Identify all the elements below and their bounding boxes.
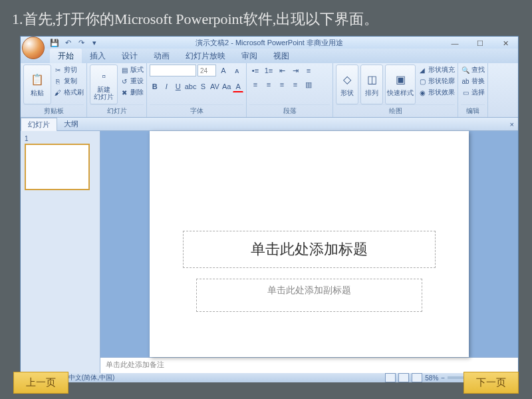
- layout-button[interactable]: ▤版式: [120, 65, 144, 75]
- select-button[interactable]: ▭选择: [461, 87, 485, 98]
- group-clipboard: 📋 粘贴 ✂剪切 ⎘复制 🖌格式刷 剪贴板: [21, 63, 87, 117]
- slide[interactable]: 单击此处添加标题 单击此处添加副标题: [150, 131, 469, 357]
- align-right-button[interactable]: ≡: [276, 78, 288, 90]
- replace-button[interactable]: ab替换: [461, 76, 485, 86]
- shapes-button[interactable]: ◇形状: [336, 65, 358, 104]
- window-title: 演示文稿2 - Microsoft PowerPoint 非商业用途: [196, 38, 343, 48]
- cut-button[interactable]: ✂剪切: [53, 65, 84, 75]
- next-page-button[interactable]: 下一页: [464, 372, 519, 394]
- tab-slideshow[interactable]: 幻灯片放映: [178, 49, 233, 63]
- window-controls: — ☐ ✕: [442, 37, 518, 50]
- shape-effects-button[interactable]: ◉形状效果: [418, 87, 455, 98]
- pane-tabs: 幻灯片 大纲 ×: [21, 118, 518, 131]
- status-language: 中文(简体,中国): [68, 373, 114, 382]
- font-size-select[interactable]: 24: [198, 65, 216, 76]
- office-button[interactable]: [22, 37, 45, 59]
- slides-pane-tab[interactable]: 幻灯片: [21, 118, 57, 131]
- ribbon: 📋 粘贴 ✂剪切 ⎘复制 🖌格式刷 剪贴板 ▫ 新建 幻灯片 ▤版式: [21, 63, 518, 118]
- powerpoint-window: 💾 ↶ ↷ ▾ 演示文稿2 - Microsoft PowerPoint 非商业…: [20, 36, 519, 379]
- reset-button[interactable]: ↺重设: [120, 76, 144, 86]
- brush-icon: 🖌: [53, 88, 63, 97]
- sorter-view-button[interactable]: [398, 373, 409, 382]
- slides-group-label: 幻灯片: [90, 104, 144, 117]
- shape-fill-button[interactable]: ◢形状填充: [418, 65, 455, 75]
- instruction-text: 1.首先,打开你的Microsoft Powerpoint软件,出现以下界面。: [0, 0, 532, 36]
- numbering-button[interactable]: 1≡: [263, 65, 275, 76]
- grow-font-icon[interactable]: A: [217, 65, 229, 76]
- normal-view-button[interactable]: [385, 373, 396, 382]
- case-button[interactable]: Aa: [221, 80, 232, 92]
- new-slide-icon: ▫: [96, 68, 112, 84]
- spacing-button[interactable]: AV: [209, 80, 220, 92]
- indent-inc-button[interactable]: ⇥: [289, 65, 301, 76]
- minimize-button[interactable]: —: [442, 37, 467, 50]
- outline-icon: ▢: [418, 76, 427, 86]
- line-spacing-button[interactable]: ≡: [303, 65, 315, 76]
- zoom-out-button[interactable]: −: [441, 374, 445, 382]
- title-placeholder[interactable]: 单击此处添加标题: [183, 231, 436, 268]
- find-button[interactable]: 🔍查找: [461, 65, 485, 75]
- undo-icon[interactable]: ↶: [62, 37, 74, 49]
- paste-button[interactable]: 📋 粘贴: [23, 65, 51, 104]
- paste-icon: 📋: [29, 71, 45, 87]
- indent-dec-button[interactable]: ⇤: [276, 65, 288, 76]
- align-left-button[interactable]: ≡: [249, 78, 261, 90]
- shape-outline-button[interactable]: ▢形状轮廓: [418, 76, 455, 86]
- justify-button[interactable]: ≡: [289, 78, 301, 90]
- underline-button[interactable]: U: [173, 80, 184, 92]
- subtitle-placeholder[interactable]: 单击此处添加副标题: [196, 279, 422, 312]
- group-editing: 🔍查找 ab替换 ▭选择 编辑: [458, 63, 488, 117]
- shapes-icon: ◇: [339, 71, 355, 87]
- delete-icon: ✖: [120, 88, 129, 97]
- slide-canvas: Jinchutou.com 单击此处添加标题 单击此处添加副标题: [100, 131, 518, 357]
- zoom-level: 58%: [425, 374, 438, 382]
- tab-home[interactable]: 开始: [50, 49, 82, 63]
- prev-page-button[interactable]: 上一页: [13, 372, 68, 394]
- thumbnail-panel: 1: [21, 131, 100, 373]
- redo-icon[interactable]: ↷: [75, 37, 87, 49]
- quick-styles-icon: ▣: [392, 71, 408, 87]
- slide-thumbnail[interactable]: [25, 144, 90, 190]
- outline-pane-tab[interactable]: 大纲: [57, 118, 85, 130]
- columns-button[interactable]: ▥: [303, 78, 315, 90]
- tab-animation[interactable]: 动画: [146, 49, 178, 63]
- shadow-button[interactable]: S: [198, 80, 209, 92]
- tab-design[interactable]: 设计: [114, 49, 146, 63]
- new-slide-button[interactable]: ▫ 新建 幻灯片: [90, 65, 118, 104]
- format-painter-button[interactable]: 🖌格式刷: [53, 87, 84, 98]
- align-center-button[interactable]: ≡: [263, 78, 275, 90]
- tab-review[interactable]: 审阅: [233, 49, 265, 63]
- paragraph-group-label: 段落: [249, 104, 330, 117]
- font-color-button[interactable]: A: [233, 80, 243, 92]
- maximize-button[interactable]: ☐: [467, 37, 493, 50]
- qat-dropdown-icon[interactable]: ▾: [88, 37, 100, 49]
- quick-access-toolbar: 💾 ↶ ↷ ▾: [49, 37, 100, 49]
- strike-button[interactable]: abc: [185, 80, 197, 92]
- paste-label: 粘贴: [31, 88, 44, 98]
- copy-button[interactable]: ⎘复制: [53, 76, 84, 86]
- replace-icon: ab: [461, 76, 470, 86]
- fill-icon: ◢: [418, 65, 427, 74]
- save-icon[interactable]: 💾: [49, 37, 61, 49]
- arrange-button[interactable]: ◫排列: [360, 65, 383, 104]
- shrink-font-icon[interactable]: ᴀ: [231, 65, 243, 76]
- tab-insert[interactable]: 插入: [82, 49, 114, 63]
- bold-button[interactable]: B: [150, 80, 160, 92]
- tab-view[interactable]: 视图: [265, 49, 297, 63]
- italic-button[interactable]: I: [162, 80, 172, 92]
- slideshow-view-button[interactable]: [412, 373, 422, 382]
- font-family-select[interactable]: [150, 65, 196, 76]
- group-paragraph: •≡ 1≡ ⇤ ⇥ ≡ ≡ ≡ ≡ ≡ ▥ 段落: [247, 63, 333, 117]
- notes-pane[interactable]: 单击此处添加备注: [100, 357, 518, 373]
- slide-number: 1: [25, 135, 96, 142]
- bullets-button[interactable]: •≡: [249, 65, 261, 76]
- quick-styles-button[interactable]: ▣快速样式: [385, 65, 416, 104]
- status-bar: "Office 主题" 中文(简体,中国) 58% − +: [21, 373, 518, 382]
- group-font: 24 A ᴀ B I U abc S AV Aa A 字体: [147, 63, 247, 117]
- group-drawing: ◇形状 ◫排列 ▣快速样式 ◢形状填充 ▢形状轮廓 ◉形状效果 绘图: [333, 63, 458, 117]
- delete-button[interactable]: ✖删除: [120, 87, 144, 98]
- close-button[interactable]: ✕: [493, 37, 518, 50]
- select-icon: ▭: [461, 88, 470, 97]
- reset-icon: ↺: [120, 76, 129, 86]
- pane-close-icon[interactable]: ×: [510, 120, 514, 128]
